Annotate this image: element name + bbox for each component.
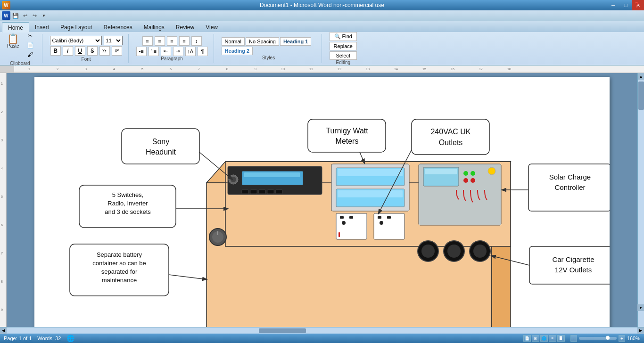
word-icon: W — [2, 11, 10, 20]
font-name-select[interactable]: Calibri (Body) — [50, 36, 102, 45]
tab-page-layout[interactable]: Page Layout — [55, 23, 98, 32]
styles-label: Styles — [262, 55, 275, 60]
svg-rect-40 — [242, 190, 248, 194]
zoom-out-button[interactable]: - — [570, 335, 577, 342]
svg-point-72 — [473, 245, 487, 258]
numbered-list-button[interactable]: 1≡ — [149, 47, 159, 56]
tab-insert[interactable]: Insert — [29, 23, 55, 32]
align-right-button[interactable]: ≡ — [167, 36, 177, 46]
bold-button[interactable]: B — [50, 46, 61, 56]
zoom-in-button[interactable]: + — [619, 335, 625, 342]
find-button[interactable]: 🔍 Find — [330, 32, 357, 41]
view-web-button[interactable]: 🌐 — [540, 335, 548, 342]
bullet-list-button[interactable]: •≡ — [136, 47, 147, 56]
statusbar: Page: 1 of 1 Words: 32 🌐 📄 ⊞ 🌐 ≡ ≣ - + 1… — [0, 334, 644, 343]
align-left-button[interactable]: ≡ — [142, 36, 153, 46]
tab-review[interactable]: Review — [170, 23, 200, 32]
svg-text:Separate battery: Separate battery — [97, 251, 142, 258]
style-normal[interactable]: Normal — [222, 37, 245, 46]
subscript-button[interactable]: x₂ — [99, 46, 110, 56]
undo-icon[interactable]: ↩ — [21, 11, 29, 20]
style-heading2[interactable]: Heading 2 — [222, 47, 253, 55]
sort-button[interactable]: ↕A — [185, 47, 196, 56]
svg-text:4: 4 — [113, 67, 115, 71]
minimize-button[interactable]: ─ — [607, 0, 619, 10]
format-painter-button[interactable]: 🖌 — [25, 50, 36, 59]
copy-button[interactable]: 📄 — [25, 41, 36, 49]
zoom-level[interactable]: 160% — [627, 335, 640, 341]
svg-text:9: 9 — [1, 308, 3, 311]
strikethrough-button[interactable]: S̶ — [87, 46, 98, 56]
svg-point-63 — [471, 171, 475, 176]
scroll-down-button[interactable]: ▼ — [637, 304, 644, 311]
cut-button[interactable]: ✂ — [25, 32, 36, 40]
view-draft-button[interactable]: ≣ — [557, 335, 565, 342]
redo-icon[interactable]: ↪ — [30, 11, 39, 20]
zoom-area: - + 160% — [570, 335, 640, 342]
help-icon[interactable]: ❓ — [634, 2, 640, 8]
scroll-left-button[interactable]: ◀ — [0, 327, 7, 334]
svg-rect-56 — [378, 216, 381, 219]
zoom-slider[interactable] — [579, 337, 617, 340]
svg-point-39 — [231, 177, 236, 182]
horizontal-scrollbar[interactable]: ◀ ▶ — [0, 327, 644, 334]
scroll-thumb[interactable] — [638, 82, 644, 110]
ruler-corner — [0, 65, 14, 73]
word-count: Words: 32 — [37, 335, 61, 341]
svg-line-90 — [169, 275, 206, 279]
superscript-button[interactable]: x² — [112, 46, 122, 56]
tab-mailings[interactable]: Mailings — [138, 23, 170, 32]
italic-button[interactable]: I — [63, 46, 73, 56]
underline-button[interactable]: U — [75, 46, 85, 56]
view-outline-button[interactable]: ≡ — [549, 335, 556, 342]
language-icon: 🌐 — [66, 335, 74, 342]
app-icon: W — [2, 1, 10, 9]
copy-icon: 📄 — [27, 42, 34, 48]
style-no-spacing[interactable]: No Spacing — [246, 37, 279, 46]
font-size-select[interactable]: 11 — [104, 36, 123, 45]
align-center-button[interactable]: ≡ — [155, 36, 165, 46]
svg-point-53 — [342, 221, 346, 225]
paragraph-group: ≡ ≡ ≡ ≡ ↕ •≡ 1≡ ⇤ ⇥ ↕A ¶ Paragraph — [136, 34, 214, 63]
show-hide-button[interactable]: ¶ — [198, 47, 208, 56]
svg-text:Headunit: Headunit — [146, 148, 176, 156]
svg-rect-103 — [529, 246, 610, 284]
scroll-right-button[interactable]: ▶ — [637, 327, 644, 334]
clipboard-buttons: 📋 Paste ✂ 📄 🖌 — [4, 32, 36, 59]
scroll-up-button[interactable]: ▲ — [638, 73, 644, 80]
svg-text:16: 16 — [451, 67, 454, 71]
svg-text:1: 1 — [1, 82, 3, 85]
scrollbar-h-thumb[interactable] — [259, 328, 306, 333]
save-icon[interactable]: 💾 — [11, 11, 20, 20]
svg-text:18: 18 — [507, 67, 511, 71]
cut-icon: ✂ — [28, 33, 33, 39]
vertical-scrollbar[interactable]: ▲ ▼ — [637, 73, 644, 327]
quick-access-toolbar: W 💾 ↩ ↪ ▼ — [0, 10, 644, 21]
svg-text:Solar Charge: Solar Charge — [549, 173, 591, 181]
line-spacing-button[interactable]: ↕ — [191, 36, 202, 46]
svg-text:13: 13 — [366, 67, 370, 71]
replace-button[interactable]: Replace — [330, 42, 357, 50]
tab-view[interactable]: View — [200, 23, 223, 32]
ribbon-content: 📋 Paste ✂ 📄 🖌 Clipboard — [0, 32, 644, 65]
indent-decrease-button[interactable]: ⇤ — [161, 47, 171, 56]
paste-icon: 📋 — [7, 34, 19, 43]
maximize-button[interactable]: □ — [619, 0, 632, 10]
svg-rect-52 — [349, 216, 353, 219]
view-fullscreen-button[interactable]: ⊞ — [532, 335, 539, 342]
svg-point-68 — [421, 245, 435, 258]
select-button[interactable]: Select — [330, 51, 357, 60]
indent-increase-button[interactable]: ⇥ — [173, 47, 183, 56]
paste-button[interactable]: 📋 Paste — [4, 32, 23, 59]
page-area[interactable]: Sony Headunit 5 Switches, Radio, Inverte… — [7, 73, 637, 327]
horizontal-ruler: 1 2 3 4 5 6 7 8 9 10 11 12 13 14 15 16 1… — [14, 65, 644, 73]
style-heading1[interactable]: Heading 1 — [280, 37, 312, 46]
main-area: 1 2 3 4 5 6 7 8 9 10 — [0, 73, 644, 327]
vertical-ruler: 1 2 3 4 5 6 7 8 9 10 — [0, 73, 7, 327]
tab-references[interactable]: References — [98, 23, 138, 32]
dropdown-icon[interactable]: ▼ — [40, 11, 48, 20]
svg-text:8: 8 — [226, 67, 228, 71]
document-page: Sony Headunit 5 Switches, Radio, Inverte… — [34, 77, 610, 327]
justify-button[interactable]: ≡ — [179, 36, 190, 46]
view-print-button[interactable]: 📄 — [523, 335, 531, 342]
